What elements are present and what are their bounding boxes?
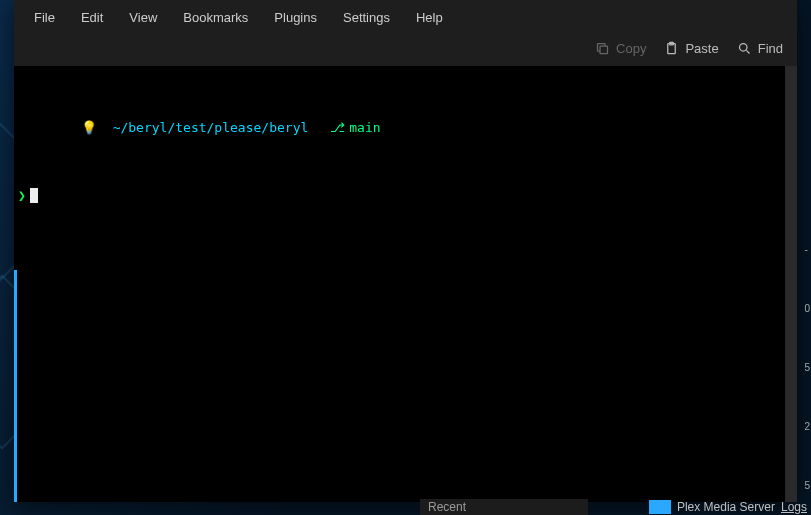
copy-icon — [595, 41, 610, 56]
prompt-segment-context: 💡 — [79, 119, 101, 136]
window-left-accent — [14, 270, 17, 502]
recent-label: Recent — [428, 500, 466, 514]
ruler-tick: 5 — [804, 362, 810, 373]
menu-bar: File Edit View Bookmarks Plugins Setting… — [14, 0, 797, 35]
ruler-tick: 2 — [804, 421, 810, 432]
lightbulb-icon: 💡 — [81, 119, 97, 136]
ruler-tick: - — [804, 244, 810, 255]
copy-label: Copy — [616, 41, 646, 56]
terminal-viewport[interactable]: 💡~/beryl/test/please/beryl⎇main ❯ — [14, 66, 797, 502]
find-button[interactable]: Find — [737, 41, 783, 56]
menu-file[interactable]: File — [24, 6, 65, 29]
terminal-content: 💡~/beryl/test/please/beryl⎇main ❯ — [14, 66, 797, 238]
menu-settings[interactable]: Settings — [333, 6, 400, 29]
search-icon — [737, 41, 752, 56]
git-branch-name: main — [349, 119, 380, 136]
svg-point-3 — [739, 44, 747, 52]
menu-bookmarks[interactable]: Bookmarks — [173, 6, 258, 29]
scrollbar[interactable] — [785, 66, 797, 502]
paste-label: Paste — [685, 41, 718, 56]
svg-line-4 — [746, 50, 749, 53]
prompt-arrow-icon: ❯ — [18, 187, 26, 204]
git-branch-icon: ⎇ — [330, 119, 345, 136]
plex-label: Plex Media Server — [677, 500, 775, 514]
taskbar-plex[interactable]: Plex Media Server Logs — [649, 500, 811, 514]
find-label: Find — [758, 41, 783, 56]
prompt-line: 💡~/beryl/test/please/beryl⎇main — [16, 102, 797, 153]
toolbar: Copy Paste Find — [14, 35, 797, 66]
prompt-input-line[interactable]: ❯ — [16, 187, 797, 204]
paste-button[interactable]: Paste — [664, 41, 718, 56]
menu-plugins[interactable]: Plugins — [264, 6, 327, 29]
plex-logs-link[interactable]: Logs — [781, 500, 807, 514]
ruler-tick: 0 — [804, 303, 810, 314]
prompt-segment-path: ~/beryl/test/please/beryl — [101, 119, 317, 136]
terminal-cursor — [30, 188, 38, 203]
svg-rect-0 — [600, 46, 608, 54]
terminal-window: File Edit View Bookmarks Plugins Setting… — [14, 0, 797, 502]
ruler-tick: 5 — [804, 480, 810, 491]
copy-button[interactable]: Copy — [595, 41, 646, 56]
prompt-segment-branch: ⎇main — [316, 119, 388, 136]
taskbar-fragment: Recent Plex Media Server Logs — [420, 499, 811, 515]
menu-help[interactable]: Help — [406, 6, 453, 29]
side-ruler: - 0 5 2 5 — [803, 240, 811, 495]
menu-edit[interactable]: Edit — [71, 6, 113, 29]
paste-icon — [664, 41, 679, 56]
taskbar-recent[interactable]: Recent — [420, 499, 588, 515]
plex-icon — [649, 500, 671, 514]
menu-view[interactable]: View — [119, 6, 167, 29]
